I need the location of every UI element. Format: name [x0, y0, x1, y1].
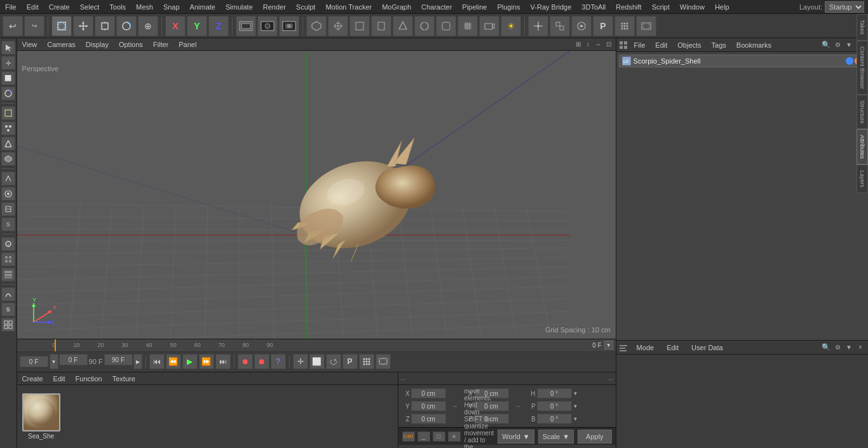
- transform-button[interactable]: [550, 16, 570, 36]
- rot-p-input[interactable]: [537, 401, 572, 411]
- tc-arrow-down[interactable]: ▼: [50, 354, 58, 369]
- lt-tool-1[interactable]: [1, 172, 15, 186]
- vm-view[interactable]: View: [17, 39, 43, 50]
- menu-3dtoall[interactable]: 3DToAll: [576, 2, 611, 12]
- paint-button[interactable]: [436, 16, 456, 36]
- menu-plugins[interactable]: Plugins: [492, 2, 525, 12]
- op-edit[interactable]: Edit: [650, 40, 672, 50]
- lt-tool-3[interactable]: [1, 202, 15, 216]
- rot-h-input[interactable]: [537, 388, 572, 398]
- vm-icon-3[interactable]: ↔: [594, 40, 603, 49]
- tc-p-btn[interactable]: P: [342, 354, 358, 369]
- mp-function[interactable]: Function: [71, 374, 107, 384]
- lt-s-tool[interactable]: S: [1, 302, 15, 316]
- rot-b-input[interactable]: [537, 414, 572, 424]
- right-view-button[interactable]: [371, 16, 391, 36]
- arrange-button[interactable]: [571, 16, 592, 36]
- menu-script[interactable]: Script: [647, 2, 675, 12]
- attr-close-icon[interactable]: ×: [855, 343, 865, 353]
- tc-goto-end[interactable]: ⏭: [215, 354, 231, 369]
- lt-tool-6[interactable]: [1, 287, 15, 301]
- viewport[interactable]: View Cameras Display Options Filter Pane…: [17, 38, 616, 339]
- render-view-button[interactable]: [257, 16, 278, 36]
- mp-texture[interactable]: Texture: [107, 374, 140, 384]
- render-to-picture-viewer[interactable]: [279, 16, 299, 36]
- material-item[interactable]: Sea_She: [22, 393, 60, 440]
- coord-z-input[interactable]: [411, 414, 446, 424]
- apply-button[interactable]: Apply: [578, 430, 612, 444]
- vm-icon-1[interactable]: ⊞: [574, 40, 583, 49]
- film-strip-button[interactable]: [636, 16, 656, 36]
- top-view-button[interactable]: [328, 16, 348, 36]
- viewport-scene[interactable]: X Y Z Perspective Grid Spacing : 10 cm: [17, 51, 616, 339]
- tc-goto-start[interactable]: ⏮: [149, 354, 165, 369]
- maximize-button[interactable]: □: [433, 431, 445, 442]
- vm-panel[interactable]: Panel: [173, 39, 201, 50]
- tc-help[interactable]: ?: [271, 354, 286, 369]
- render-region-button[interactable]: [236, 16, 256, 36]
- menu-animate[interactable]: Animate: [185, 2, 220, 12]
- tc-key-move[interactable]: ✛: [293, 354, 308, 369]
- menu-snap[interactable]: Snap: [158, 2, 185, 12]
- vm-cameras[interactable]: Cameras: [42, 39, 81, 50]
- axis-y-button[interactable]: Y: [187, 16, 207, 36]
- tab-layers[interactable]: Layers: [857, 165, 868, 193]
- tc-step-back[interactable]: ⏪: [166, 354, 181, 369]
- camera-button[interactable]: [479, 16, 499, 36]
- grid-button[interactable]: [458, 16, 478, 36]
- redo-button[interactable]: ↪: [24, 16, 44, 36]
- attr-settings-icon[interactable]: ⚙: [832, 343, 843, 353]
- current-frame-input[interactable]: [20, 356, 48, 367]
- lt-tool-4[interactable]: S: [1, 217, 15, 231]
- menu-character[interactable]: Character: [416, 2, 457, 12]
- op-bookmarks[interactable]: Bookmarks: [731, 40, 776, 50]
- vm-icon-2[interactable]: ↕: [584, 40, 593, 49]
- tc-play[interactable]: ▶: [182, 354, 198, 369]
- attr-expand-icon[interactable]: ▼: [844, 343, 854, 353]
- attr-userdata[interactable]: User Data: [686, 343, 728, 353]
- menu-create[interactable]: Create: [44, 2, 75, 12]
- menu-redshift[interactable]: Redshift: [611, 2, 646, 12]
- lt-scale[interactable]: ⬜: [1, 71, 15, 85]
- op-file[interactable]: File: [629, 40, 651, 50]
- new-object-button[interactable]: ⊕: [138, 16, 158, 36]
- move-tool-button[interactable]: [73, 16, 93, 36]
- polygon-button[interactable]: [414, 16, 435, 36]
- attr-search-icon[interactable]: 🔍: [821, 343, 831, 353]
- menu-mesh[interactable]: Mesh: [131, 2, 158, 12]
- mp-edit[interactable]: Edit: [48, 374, 71, 384]
- tc-auto-key[interactable]: ⏺: [254, 354, 269, 369]
- lt-grid-1[interactable]: [1, 252, 15, 266]
- p-button[interactable]: P: [593, 16, 613, 36]
- menu-window[interactable]: Window: [675, 2, 710, 12]
- tab-structure[interactable]: Structure: [857, 95, 868, 130]
- lt-edge-mode[interactable]: [1, 137, 15, 151]
- timeline-ruler[interactable]: 0 10 20 30 40 50 60 70 80 90 0 F ▼: [17, 339, 616, 352]
- tab-takes[interactable]: Takes: [857, 14, 868, 41]
- mp-create[interactable]: Create: [17, 374, 48, 384]
- lt-object-mode[interactable]: [1, 106, 15, 120]
- light-button[interactable]: ☀: [501, 16, 521, 36]
- object-row-scorpio[interactable]: L0 Scorpio_Spider_Shell: [619, 55, 865, 67]
- scale-tool-button[interactable]: [95, 16, 115, 36]
- menu-tools[interactable]: Tools: [104, 2, 131, 12]
- tc-step-forward[interactable]: ⏩: [199, 354, 214, 369]
- lt-point-mode[interactable]: [1, 121, 15, 135]
- lt-grid-3[interactable]: [1, 318, 15, 332]
- objects-content[interactable]: L0 Scorpio_Spider_Shell: [616, 52, 868, 340]
- axis-z-button[interactable]: Z: [208, 16, 229, 36]
- tc-key-rotate[interactable]: ⭯: [326, 354, 341, 369]
- lt-tool-5[interactable]: [1, 237, 15, 251]
- attr-mode[interactable]: Mode: [632, 343, 660, 353]
- vm-filter[interactable]: Filter: [148, 39, 173, 50]
- menu-render[interactable]: Render: [258, 2, 291, 12]
- menu-file[interactable]: File: [0, 2, 22, 12]
- search-icon[interactable]: 🔍: [821, 40, 831, 50]
- layout-dropdown[interactable]: Startup: [825, 1, 864, 13]
- tab-content-browser[interactable]: Content Browser: [857, 41, 868, 95]
- coord-x-input[interactable]: [411, 388, 446, 398]
- tab-attributes[interactable]: Attributes: [857, 129, 868, 165]
- timeline-playhead[interactable]: [55, 339, 56, 351]
- scale-dropdown[interactable]: Scale ▼: [538, 430, 574, 444]
- rotate-tool-button[interactable]: [116, 16, 137, 36]
